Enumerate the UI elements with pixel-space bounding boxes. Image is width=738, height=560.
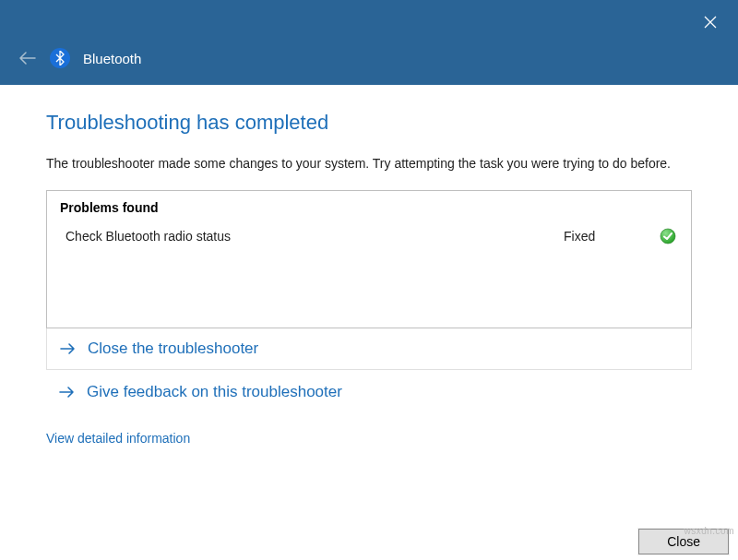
page-description: The troubleshooter made some changes to … xyxy=(46,155,692,173)
page-heading: Troubleshooting has completed xyxy=(46,111,692,135)
arrow-right-icon xyxy=(60,342,78,355)
give-feedback-link[interactable]: Give feedback on this troubleshooter xyxy=(46,370,692,412)
problems-header: Problems found xyxy=(60,200,678,215)
problem-status-icon-wrap xyxy=(656,228,676,244)
arrow-right-icon xyxy=(59,386,77,399)
close-troubleshooter-label: Close the troubleshooter xyxy=(88,340,258,358)
problem-row[interactable]: Check Bluetooth radio status Fixed xyxy=(60,224,678,248)
header-title: Bluetooth xyxy=(83,51,141,66)
bluetooth-icon xyxy=(50,48,70,68)
titlebar: Bluetooth xyxy=(0,0,738,85)
header-row: Bluetooth xyxy=(18,48,141,68)
close-troubleshooter-link[interactable]: Close the troubleshooter xyxy=(46,328,692,370)
window-close-button[interactable] xyxy=(699,11,721,33)
svg-point-2 xyxy=(661,229,675,244)
problems-found-box: Problems found Check Bluetooth radio sta… xyxy=(46,190,692,328)
watermark: wsxdn.com xyxy=(684,526,734,536)
back-arrow-icon xyxy=(19,52,36,65)
close-icon xyxy=(704,16,717,29)
back-button[interactable] xyxy=(18,49,37,67)
give-feedback-label: Give feedback on this troubleshooter xyxy=(87,383,342,401)
view-detailed-information-link[interactable]: View detailed information xyxy=(46,431,190,446)
problem-name: Check Bluetooth radio status xyxy=(62,229,564,244)
problem-status: Fixed xyxy=(564,229,656,244)
content-area: Troubleshooting has completed The troubl… xyxy=(0,85,738,447)
check-fixed-icon xyxy=(660,228,676,244)
